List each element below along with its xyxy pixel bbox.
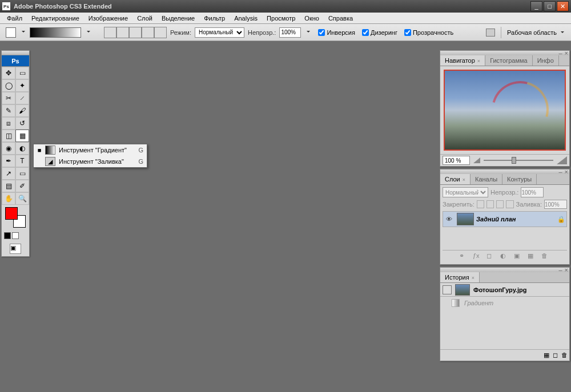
new-document-icon[interactable]: ◻	[553, 351, 558, 359]
chevron-down-icon[interactable]	[86, 31, 91, 34]
link-layers-icon[interactable]: ⚭	[459, 252, 468, 260]
panel-minimize-icon[interactable]: –	[558, 168, 562, 175]
blur-tool[interactable]: ◉	[2, 142, 15, 155]
layer-name[interactable]: Задний план	[476, 216, 557, 223]
invert-checkbox[interactable]: Инверсия	[318, 29, 355, 36]
opacity-input[interactable]	[279, 27, 301, 38]
hand-tool[interactable]: ✋	[2, 192, 15, 205]
menu-analysis[interactable]: Analysis	[230, 14, 262, 23]
layer-opacity-input[interactable]	[521, 187, 544, 197]
dither-checkbox[interactable]: Дизеринг	[362, 29, 397, 36]
slice-tool[interactable]: ⟋	[15, 92, 29, 104]
tab-info[interactable]: Инфо	[533, 55, 559, 66]
tab-navigator[interactable]: Навигатор×	[440, 55, 485, 66]
tool-preset-picker[interactable]	[6, 27, 16, 38]
lock-position-icon[interactable]	[496, 200, 504, 208]
flyout-bucket-tool[interactable]: ◢ Инструмент "Заливка" G	[34, 156, 147, 167]
chevron-right-icon[interactable]	[305, 31, 311, 34]
gradient-editor[interactable]	[30, 27, 81, 38]
move-tool[interactable]: ✥	[2, 67, 15, 79]
stamp-tool[interactable]: ⧇	[2, 117, 15, 130]
eraser-tool[interactable]: ◫	[2, 130, 15, 142]
new-snapshot-icon[interactable]: ▦	[544, 351, 549, 359]
new-group-icon[interactable]: ▣	[514, 252, 523, 260]
panel-close-icon[interactable]: ×	[565, 50, 568, 56]
layer-style-icon[interactable]: ƒx	[473, 252, 482, 260]
quick-mask-toggle[interactable]	[2, 230, 29, 241]
menu-edit[interactable]: Редактирование	[27, 14, 84, 23]
screen-mode-button[interactable]: ▣	[10, 244, 21, 254]
toolbox-grip[interactable]	[2, 51, 29, 55]
history-brush-tool[interactable]: ↺	[15, 117, 29, 130]
lasso-tool[interactable]: ◯	[2, 79, 15, 92]
eyedropper-tool[interactable]: ✐	[15, 180, 29, 192]
history-brush-icon[interactable]	[443, 285, 452, 294]
gradient-tool[interactable]: ▦	[15, 130, 29, 142]
panel-close-icon[interactable]: ×	[565, 168, 568, 175]
menu-view[interactable]: Просмотр	[262, 14, 300, 23]
adjustment-layer-icon[interactable]: ◐	[500, 252, 509, 260]
minimize-button[interactable]: _	[530, 1, 542, 11]
gradient-angle-button[interactable]	[129, 27, 142, 38]
maximize-button[interactable]: □	[544, 1, 556, 11]
menu-layer[interactable]: Слой	[132, 14, 157, 23]
history-document-row[interactable]: ФотошопГуру.jpg	[440, 283, 569, 297]
panel-minimize-icon[interactable]: –	[558, 266, 562, 273]
type-tool[interactable]: T	[15, 155, 29, 167]
visibility-icon[interactable]: 👁	[443, 216, 455, 223]
zoom-out-icon[interactable]	[473, 157, 480, 163]
dodge-tool[interactable]: ◐	[15, 142, 29, 155]
delete-layer-icon[interactable]: 🗑	[541, 252, 550, 260]
gradient-diamond-button[interactable]	[154, 27, 167, 38]
layer-mask-icon[interactable]: ◻	[486, 252, 496, 260]
gradient-reflected-button[interactable]	[142, 27, 154, 38]
shape-tool[interactable]: ▭	[15, 167, 29, 180]
wand-tool[interactable]: ✦	[15, 79, 29, 92]
layer-row-background[interactable]: 👁 Задний план 🔒	[443, 211, 567, 227]
tab-history[interactable]: История×	[440, 272, 480, 282]
panel-close-icon[interactable]: ×	[565, 266, 568, 273]
workspace-menu[interactable]: Рабочая область	[507, 29, 565, 36]
zoom-in-icon[interactable]	[557, 156, 567, 164]
delete-state-icon[interactable]: 🗑	[561, 351, 568, 359]
menu-file[interactable]: Файл	[2, 14, 27, 23]
gradient-radial-button[interactable]	[116, 27, 129, 38]
zoom-tool[interactable]: 🔍	[15, 192, 29, 205]
new-layer-icon[interactable]: ▦	[528, 252, 537, 260]
blend-mode-select[interactable]: Нормальный	[195, 27, 244, 38]
chevron-down-icon[interactable]	[21, 31, 26, 34]
menu-select[interactable]: Выделение	[157, 14, 199, 23]
close-button[interactable]: ✕	[557, 1, 569, 11]
history-step-gradient[interactable]: Градиент	[440, 297, 569, 309]
path-tool[interactable]: ↗	[2, 167, 15, 180]
lock-pixels-icon[interactable]	[486, 200, 494, 208]
zoom-input[interactable]	[443, 156, 470, 165]
healing-tool[interactable]: ✎	[2, 104, 15, 117]
crop-tool[interactable]: ✂	[2, 92, 15, 104]
navigator-preview[interactable]	[444, 70, 566, 151]
fill-input[interactable]	[544, 200, 567, 209]
layer-blend-select[interactable]: Нормальный	[443, 187, 488, 197]
transparency-checkbox[interactable]: Прозрачность	[404, 29, 453, 36]
flyout-gradient-tool[interactable]: ■ Инструмент "Градиент" G	[34, 144, 147, 156]
gradient-linear-button[interactable]	[104, 27, 116, 38]
tab-histogram[interactable]: Гистограмма	[485, 55, 533, 66]
menu-window[interactable]: Окно	[300, 14, 324, 23]
pen-tool[interactable]: ✒	[2, 155, 15, 167]
tab-channels[interactable]: Каналы	[471, 174, 502, 184]
tab-layers[interactable]: Слои×	[440, 174, 471, 184]
lock-all-icon[interactable]	[506, 200, 513, 208]
layer-thumbnail[interactable]	[457, 213, 474, 225]
zoom-slider[interactable]	[484, 157, 553, 164]
tab-paths[interactable]: Контуры	[502, 174, 537, 184]
menu-help[interactable]: Справка	[324, 14, 357, 23]
menu-image[interactable]: Изображение	[84, 14, 132, 23]
panel-minimize-icon[interactable]: –	[558, 50, 562, 56]
brush-tool[interactable]: 🖌	[15, 104, 29, 117]
bridge-icon[interactable]	[486, 29, 495, 37]
notes-tool[interactable]: ▤	[2, 180, 15, 192]
marquee-tool[interactable]: ▭	[15, 67, 29, 79]
foreground-color[interactable]	[5, 207, 18, 220]
lock-transparency-icon[interactable]	[477, 200, 484, 208]
menu-filter[interactable]: Фильтр	[199, 14, 230, 23]
